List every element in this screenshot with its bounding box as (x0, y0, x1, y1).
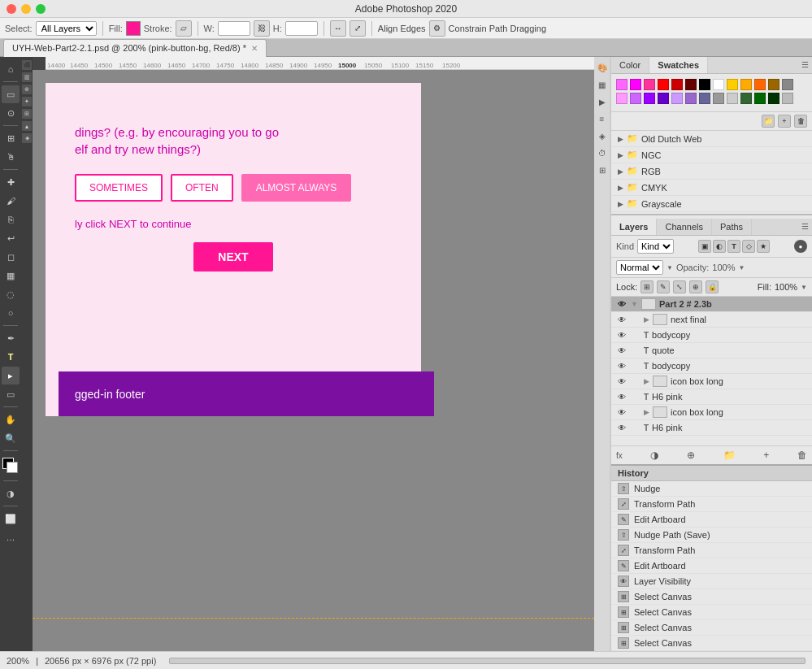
swatch-8[interactable] (713, 79, 724, 90)
layer-item-bodycopy2[interactable]: 👁 T bodycopy (611, 358, 812, 374)
swatch-32[interactable] (768, 93, 779, 104)
layers-tab[interactable]: Layers (611, 219, 657, 235)
warp-icon[interactable]: ⤢ (350, 20, 366, 37)
screen-mode-tool[interactable]: ⬜ (2, 510, 20, 528)
swatch-13[interactable] (782, 79, 793, 90)
history-item-nudge-path-save[interactable]: ⇧ Nudge Path (Save) (611, 528, 812, 543)
swatch-10[interactable] (740, 79, 752, 90)
link-icon[interactable]: ⛓ (254, 20, 270, 37)
cmyk-section[interactable]: ▶ 📁 CMYK (611, 180, 812, 196)
history-item-edit-artboard2[interactable]: ✎ Edit Artboard (611, 558, 812, 574)
stroke-icon[interactable]: ▱ (176, 20, 192, 37)
layers-panel-icon[interactable]: ≡ (595, 111, 610, 126)
swatch-4[interactable] (658, 79, 669, 90)
zoom-tool[interactable]: 🔍 (2, 429, 20, 447)
swatch-25[interactable] (671, 93, 683, 104)
healing-tool[interactable]: ✚ (2, 173, 20, 191)
swatch-24[interactable] (658, 93, 669, 104)
transform-icon[interactable]: ↔ (330, 20, 346, 37)
fg-bg-colors[interactable] (2, 458, 19, 474)
history-item-select-canvas2[interactable]: ⊞ Select Canvas (611, 605, 812, 620)
swatch-9[interactable] (727, 79, 738, 90)
next-button[interactable]: NEXT (193, 242, 272, 272)
type-filter-icon[interactable]: T (727, 240, 740, 253)
layer-visibility-5[interactable]: 👁 (616, 376, 627, 387)
history-item-nudge[interactable]: ⇧ Nudge (611, 481, 812, 497)
history-item-transform-path1[interactable]: ⤢ Transform Path (611, 497, 812, 512)
swatch-22[interactable] (630, 93, 641, 104)
properties-panel-icon[interactable]: ⊞ (595, 163, 610, 177)
swatch-3[interactable] (644, 79, 655, 90)
layer-visibility-7[interactable]: 👁 (616, 406, 627, 418)
swatch-12[interactable] (768, 79, 779, 90)
layer-item-h6-pink1[interactable]: 👁 T H6 pink (611, 389, 812, 405)
swatch-23[interactable] (644, 93, 655, 104)
layer-visibility-4[interactable]: 👁 (616, 360, 627, 371)
extra-icon-7[interactable]: ◈ (22, 133, 32, 143)
gradient-tool[interactable]: ▦ (2, 267, 20, 285)
path-select-tool[interactable]: ▸ (2, 367, 20, 384)
lock-artboard-icon[interactable]: ⤡ (673, 280, 686, 293)
history-item-edit-artboard1[interactable]: ✎ Edit Artboard (611, 512, 812, 528)
all-layers-select[interactable]: All Layers (36, 21, 97, 36)
kind-select[interactable]: Kind (637, 239, 674, 254)
history-panel-icon[interactable]: ⏱ (595, 146, 610, 160)
eyedropper-tool[interactable]: 🖱 (2, 148, 20, 166)
history-item-layer-visibility[interactable]: 👁 Layer Visibility (611, 574, 812, 589)
adjustment-layer-icon[interactable]: ⊕ (687, 450, 695, 461)
swatch-1[interactable] (616, 79, 627, 90)
dodge-tool[interactable]: ○ (2, 304, 20, 322)
history-item-select-canvas3[interactable]: ⊞ Select Canvas (611, 620, 812, 636)
maximize-button[interactable] (36, 4, 46, 14)
swatch-31[interactable] (754, 93, 766, 104)
eraser-tool[interactable]: ◻ (2, 248, 20, 266)
active-tab[interactable]: UYH-Web-Part2-2.1.psd @ 200% (pink-butto… (3, 39, 267, 57)
extra-icon-2[interactable]: ▥ (22, 72, 32, 82)
layer-item-h6-pink2[interactable]: 👁 T H6 pink (611, 420, 812, 436)
blur-tool[interactable]: ◌ (2, 285, 20, 303)
layer-group-header[interactable]: 👁 ▼ Part 2 # 2.3b (611, 297, 812, 312)
horizontal-scrollbar[interactable] (169, 658, 805, 664)
swatch-7[interactable] (699, 79, 710, 90)
channels-panel-icon[interactable]: ◈ (595, 128, 610, 143)
swatch-21[interactable] (616, 93, 627, 104)
adjustment-filter-icon[interactable]: ◐ (713, 240, 726, 253)
delete-layer-icon[interactable]: 🗑 (797, 450, 807, 461)
layer-visibility-6[interactable]: 👁 (616, 391, 627, 402)
history-brush-tool[interactable]: ↩ (2, 229, 20, 247)
select-tool[interactable]: ▭ (2, 85, 20, 103)
swatches-panel-icon[interactable]: ▦ (595, 77, 610, 92)
layer-item-bodycopy1[interactable]: 👁 T bodycopy (611, 328, 812, 343)
group-visibility-icon[interactable]: 👁 (616, 298, 627, 310)
color-panel-icon[interactable]: 🎨 (595, 60, 610, 75)
shape-tool[interactable]: ▭ (2, 385, 20, 403)
swatch-6[interactable] (685, 79, 697, 90)
extra-icon-6[interactable]: ▲ (22, 121, 32, 131)
sometimes-button[interactable]: SOMETIMES (75, 174, 163, 202)
layer-effects-icon[interactable]: fx (616, 451, 623, 460)
close-button[interactable] (7, 4, 16, 14)
often-button[interactable]: OFTEN (171, 174, 233, 202)
home-tool[interactable]: ⌂ (2, 60, 20, 78)
gradient-panel-icon[interactable]: ▶ (595, 94, 610, 109)
swatch-28[interactable] (713, 93, 724, 104)
layer-item-next-final[interactable]: 👁 ▶ next final (611, 312, 812, 328)
almost-always-button[interactable]: ALMOST ALWAYS (241, 174, 352, 202)
layer-mask-icon[interactable]: ◑ (650, 450, 658, 461)
swatches-tab[interactable]: Swatches (649, 57, 708, 73)
width-input[interactable] (218, 21, 250, 36)
channels-tab[interactable]: Channels (657, 219, 711, 235)
extra-icon-5[interactable]: ⊞ (22, 109, 32, 119)
lock-pixels-icon[interactable]: ⊞ (640, 280, 654, 293)
layer-item-icon-box-long2[interactable]: 👁 ▶ icon box long (611, 405, 812, 420)
rgb-section[interactable]: ▶ 📁 RGB (611, 163, 812, 180)
grayscale-section[interactable]: ▶ 📁 Grayscale (611, 196, 812, 212)
quick-mask-tool[interactable]: ◑ (2, 484, 20, 502)
swatch-30[interactable] (740, 93, 752, 104)
layers-panel-menu[interactable]: ☰ (798, 219, 812, 235)
smart-filter-icon[interactable]: ★ (757, 240, 770, 253)
new-layer-icon[interactable]: + (763, 450, 769, 461)
layer-visibility-2[interactable]: 👁 (616, 329, 627, 341)
swatch-29[interactable] (727, 93, 738, 104)
lock-icon[interactable]: 🔒 (706, 280, 719, 293)
